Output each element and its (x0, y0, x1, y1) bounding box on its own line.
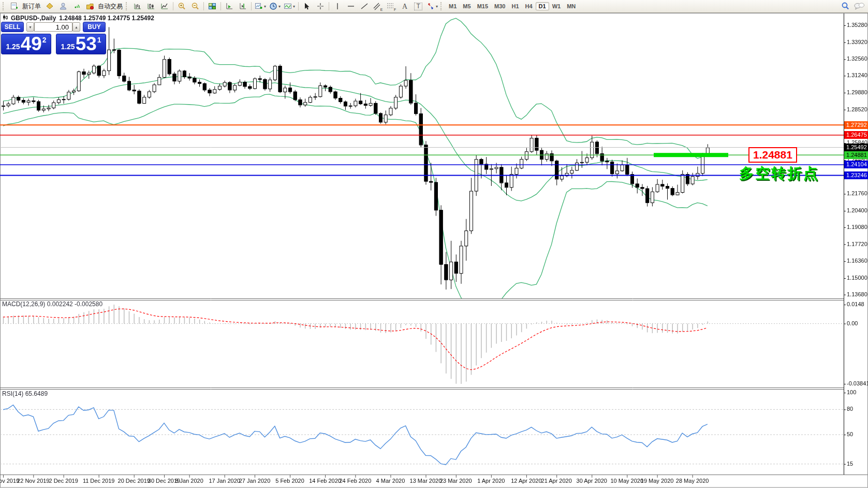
auto-scroll-icon (225, 2, 233, 10)
buy-button[interactable]: BUY (83, 22, 106, 32)
tf-m15[interactable]: M15 (474, 2, 491, 10)
chevron-down-icon: ▾ (264, 4, 266, 9)
cursor-button[interactable] (300, 1, 314, 12)
zoom-in-icon (178, 2, 186, 10)
zoom-in-button[interactable] (175, 1, 188, 12)
new-order-button[interactable] (8, 1, 21, 12)
text-tool-icon: A (402, 3, 407, 10)
macd-scale-label: -0.038415 (847, 380, 868, 386)
search-button[interactable] (838, 1, 852, 12)
equidistant-channel-button[interactable]: E (371, 1, 385, 12)
chevron-down-icon: ▾ (436, 4, 438, 9)
trendline-icon (360, 2, 369, 10)
tf-h4[interactable]: H4 (522, 2, 536, 10)
price-tick-label: 1.31240 (847, 72, 867, 78)
autotrading-label[interactable]: 自动交易 (98, 2, 123, 11)
tf-w1[interactable]: W1 (549, 2, 564, 10)
new-chart-button[interactable]: ▾ (253, 1, 268, 12)
price-tick-label: 1.19080 (847, 224, 867, 230)
toolbar-separator (203, 2, 204, 10)
crosshair-icon (316, 2, 325, 10)
trendline-button[interactable] (358, 1, 371, 12)
price-tick-label: 1.15000 (847, 275, 867, 281)
fibo-letter: F (394, 8, 396, 11)
arrows-button[interactable]: ▾ (425, 1, 439, 12)
text-tool-button[interactable]: A (398, 1, 411, 12)
chart-canvas[interactable] (0, 0, 868, 488)
symbol-period-label: GBPUSD-,Daily (11, 15, 56, 22)
tf-m1[interactable]: M1 (446, 2, 460, 10)
fibonacci-button[interactable]: F (385, 1, 398, 12)
channel-letter: E (380, 8, 383, 11)
price-tick-label: 1.35280 (847, 22, 867, 28)
expert-advisors-button[interactable] (56, 1, 70, 12)
metaeditor-button[interactable] (43, 1, 56, 12)
price-tick-label: 1.32560 (847, 55, 867, 62)
auto-scroll-button[interactable] (223, 1, 236, 12)
sell-price-sup: 2 (42, 36, 47, 44)
text-label-button[interactable]: T (411, 1, 425, 12)
autotrading-icon (86, 2, 94, 10)
crosshair-button[interactable] (314, 1, 327, 12)
buy-price-big: 53 (76, 35, 97, 53)
horizontal-line-icon (347, 2, 355, 10)
price-tick-label: 1.16360 (847, 257, 867, 264)
metaeditor-icon (46, 2, 54, 10)
chat-button[interactable] (852, 1, 866, 12)
periods-button[interactable]: ▾ (268, 1, 282, 12)
toolbar-separator (220, 2, 221, 10)
line-chart-button[interactable] (158, 1, 171, 12)
tf-h1[interactable]: H1 (508, 2, 522, 10)
sell-price-small: 1.25 (6, 42, 20, 51)
buy-price-panel[interactable]: 1.25 53 1 (56, 34, 106, 54)
buy-price-small: 1.25 (61, 42, 75, 51)
tf-m5[interactable]: M5 (460, 2, 474, 10)
signals-button[interactable] (70, 1, 83, 12)
chart-shift-button[interactable] (236, 1, 249, 12)
macd-label: MACD(12,26,9) 0.002242 -0.002580 (2, 300, 102, 308)
rsi-scale-label: 100 (847, 389, 856, 395)
bar-chart-button[interactable] (131, 1, 144, 12)
volume-input[interactable]: 1.00 (34, 22, 72, 32)
candlestick-chart-button[interactable] (144, 1, 158, 12)
sell-price-panel[interactable]: 1.25 49 2 (1, 34, 51, 54)
price-badge: 1.23246 (844, 171, 868, 179)
one-click-trading-panel: SELL ▾ 1.00 ▴ BUY 1.25 49 2 1.25 53 1 (1, 22, 112, 55)
zoom-out-icon (191, 2, 199, 10)
price-badge: 1.24104 (844, 161, 868, 168)
chevron-down-icon: ▾ (293, 4, 295, 9)
price-badge: 1.25492 (844, 143, 868, 151)
new-chart-icon (255, 2, 263, 10)
price-badge: 1.24881 (844, 151, 868, 159)
chart-title: GBPUSD-,Daily 1.24848 1.25749 1.24775 1.… (3, 15, 154, 22)
sell-button[interactable]: SELL (1, 22, 24, 32)
line-chart-icon (160, 2, 169, 10)
price-badge: 1.27292 (844, 121, 868, 129)
tile-windows-button[interactable] (205, 1, 219, 12)
tf-mn[interactable]: MN (564, 2, 579, 10)
symbol-icon (3, 15, 8, 22)
volume-down-button[interactable]: ▾ (26, 22, 34, 32)
price-tick-label: 1.17720 (847, 241, 867, 247)
buy-price-sup: 1 (97, 36, 101, 44)
ohlc-values: 1.24848 1.25749 1.24775 1.25492 (59, 15, 154, 22)
horizontal-line-button[interactable] (344, 1, 358, 12)
autotrading-button[interactable] (83, 1, 97, 12)
level-callout-label[interactable]: 1.24881 (748, 147, 797, 163)
clock-icon (269, 2, 277, 10)
indicators-button[interactable]: ▾ (282, 1, 297, 12)
new-order-icon (10, 2, 19, 10)
chat-icon (854, 2, 865, 10)
tf-d1[interactable]: D1 (536, 2, 549, 10)
volume-up-button[interactable]: ▴ (72, 22, 80, 32)
toolbar-grip (440, 2, 444, 10)
main-toolbar: 新订单 自动交易 (0, 0, 868, 13)
price-tick-label: 1.21760 (847, 190, 867, 196)
vertical-line-button[interactable] (331, 1, 344, 12)
rsi-scale-label: 15 (847, 461, 853, 467)
bull-bear-turning-point-note[interactable]: 多空转折点 (739, 164, 819, 183)
cursor-icon (303, 2, 311, 10)
tf-m30[interactable]: M30 (491, 2, 508, 10)
zoom-out-button[interactable] (188, 1, 202, 12)
new-order-label[interactable]: 新订单 (22, 2, 41, 11)
